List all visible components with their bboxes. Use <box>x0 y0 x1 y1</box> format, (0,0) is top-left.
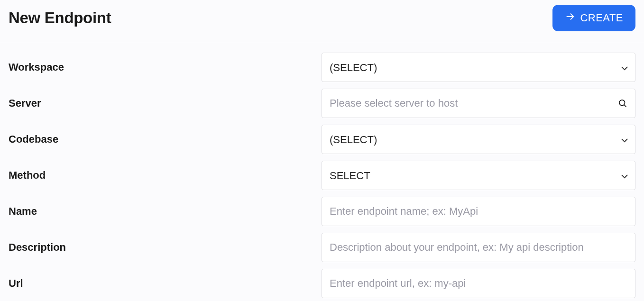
arrow-right-icon <box>565 11 575 25</box>
server-row: Server <box>9 89 635 118</box>
svg-line-2 <box>624 105 626 107</box>
codebase-select[interactable]: (SELECT) <box>322 125 635 154</box>
name-row: Name <box>9 197 635 226</box>
codebase-row: Codebase (SELECT) <box>9 125 635 154</box>
name-label: Name <box>9 205 322 218</box>
server-input[interactable] <box>322 89 635 118</box>
description-input[interactable] <box>322 233 635 262</box>
description-label: Description <box>9 241 322 254</box>
url-input[interactable] <box>322 269 635 298</box>
url-row: Url <box>9 269 635 298</box>
workspace-select[interactable]: (SELECT) <box>322 53 635 82</box>
page-header: New Endpoint CREATE <box>0 0 644 42</box>
method-row: Method SELECT <box>9 161 635 190</box>
url-label: Url <box>9 277 322 290</box>
create-button[interactable]: CREATE <box>552 5 635 31</box>
codebase-label: Codebase <box>9 133 322 146</box>
workspace-row: Workspace (SELECT) <box>9 53 635 82</box>
search-icon[interactable] <box>617 98 628 109</box>
form-container: Workspace (SELECT) Server Codebase (SELE… <box>0 42 644 298</box>
method-select[interactable]: SELECT <box>322 161 635 190</box>
method-label: Method <box>9 169 322 182</box>
create-button-label: CREATE <box>580 12 623 24</box>
svg-point-1 <box>619 100 625 106</box>
page-title: New Endpoint <box>9 9 111 27</box>
server-label: Server <box>9 97 322 109</box>
description-row: Description <box>9 233 635 262</box>
name-input[interactable] <box>322 197 635 226</box>
workspace-label: Workspace <box>9 61 322 73</box>
